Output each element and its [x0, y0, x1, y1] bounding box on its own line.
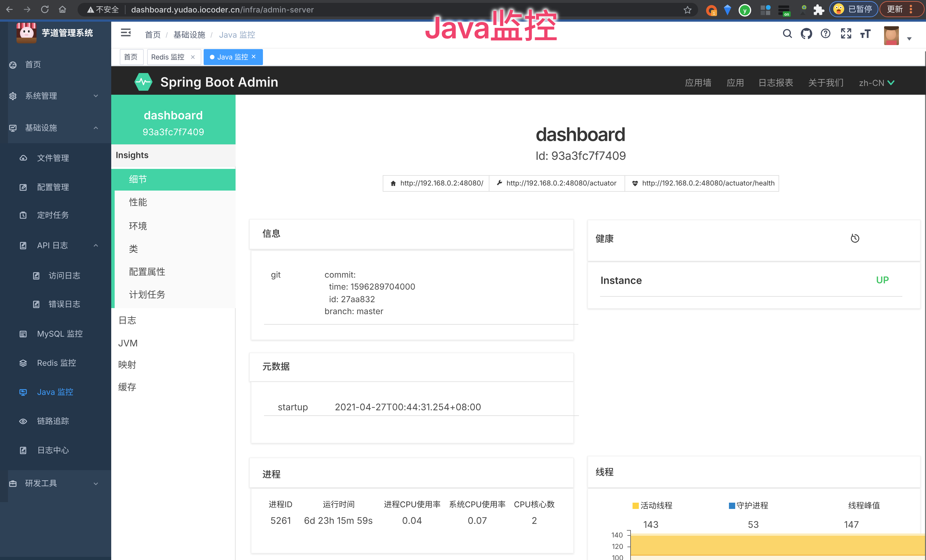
- svg-text:on: on: [784, 12, 789, 17]
- svg-text:1: 1: [713, 11, 715, 15]
- svg-text:y: y: [743, 8, 747, 14]
